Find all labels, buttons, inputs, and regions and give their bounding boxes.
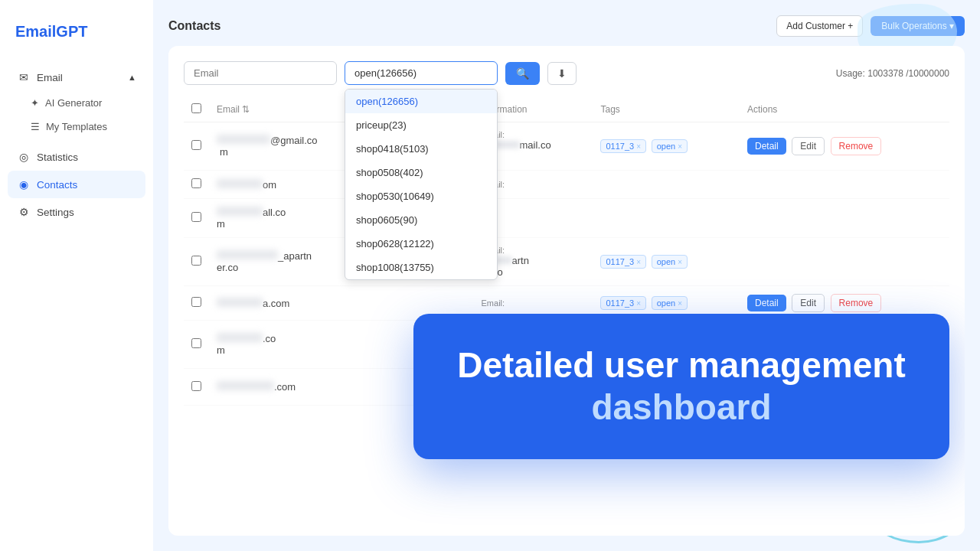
row-fi xyxy=(372,369,415,406)
row-actions: Detail Edit Remove xyxy=(740,122,949,171)
tag-remove-icon[interactable]: × xyxy=(678,142,682,151)
download-icon: ⬇ xyxy=(557,67,567,80)
row-email: a.com xyxy=(209,286,372,321)
row-tags: 0117_3 × open × xyxy=(593,122,740,171)
dropdown-item-2[interactable]: shop0418(5103) xyxy=(345,137,497,161)
search-email-input[interactable] xyxy=(184,61,337,85)
blurred-email xyxy=(217,179,263,188)
email-icon: ✉ xyxy=(17,70,31,84)
add-customer-label: Add Customer + xyxy=(786,21,853,31)
table-row: all.com xyxy=(184,199,949,238)
overlay-line2: dashboard xyxy=(591,387,771,427)
row-checkbox[interactable] xyxy=(191,338,201,348)
table-row: om Email: xyxy=(184,171,949,199)
contacts-toolbar: open(126656) priceup(23) shop0418(5103) … xyxy=(184,61,949,85)
blurred-email xyxy=(217,381,274,390)
main-content: Contacts Add Customer + Bulk Operations … xyxy=(153,0,980,551)
dropdown-item-6[interactable]: shop0628(12122) xyxy=(345,232,497,256)
col-tags: Tags xyxy=(593,97,740,122)
edit-button[interactable]: Edit xyxy=(792,137,825,155)
dropdown-item-3[interactable]: shop0508(402) xyxy=(345,161,497,184)
sidebar-sub-label-ai: AI Generator xyxy=(45,97,102,109)
row-checkbox[interactable] xyxy=(191,256,201,266)
select-all-checkbox[interactable] xyxy=(191,103,201,113)
dropdown-item-7[interactable]: shop1008(13755) xyxy=(345,256,497,279)
table-row: @gmail.com Email: mail.com 0117_3 × open… xyxy=(184,122,949,171)
add-customer-button[interactable]: Add Customer + xyxy=(776,15,863,37)
sidebar-item-email[interactable]: ✉ Email ▲ xyxy=(8,64,145,91)
tag-remove-icon[interactable]: × xyxy=(678,299,682,308)
usage-text: Usage: 1003378 /10000000 xyxy=(836,68,949,79)
tag-remove-icon[interactable]: × xyxy=(636,142,641,151)
contacts-icon: ◉ xyxy=(17,178,31,191)
row-fi xyxy=(372,321,415,369)
dropdown-item-1[interactable]: priceup(23) xyxy=(345,113,497,137)
row-email: .com xyxy=(209,321,372,369)
logo: EmailGPT xyxy=(0,15,153,64)
row-checkbox[interactable] xyxy=(191,212,201,222)
blurred-email xyxy=(217,333,263,342)
logo-text: Email xyxy=(15,23,56,40)
overlay-banner: Detailed user management dashboard xyxy=(413,314,949,459)
tag-badge-1: 0117_3 × xyxy=(600,139,646,153)
contacts-panel: open(126656) priceup(23) shop0418(5103) … xyxy=(168,46,965,536)
tag-badge-1: 0117_3 × xyxy=(600,296,646,310)
remove-button[interactable]: Remove xyxy=(831,137,882,155)
detail-button[interactable]: Detail xyxy=(747,295,786,311)
blurred-email xyxy=(217,298,263,307)
tag-badge-1: 0117_3 × xyxy=(600,255,646,269)
table-row: _apartner.co Email: artner.co 0117_3 × o… xyxy=(184,238,949,286)
search-button[interactable]: 🔍 xyxy=(505,62,540,85)
tag-badge-2: open × xyxy=(652,139,688,153)
sidebar-item-settings[interactable]: ⚙ Settings xyxy=(8,198,145,226)
filter-dropdown-wrapper: open(126656) priceup(23) shop0418(5103) … xyxy=(345,61,498,85)
sidebar-item-statistics[interactable]: ◎ Statistics xyxy=(8,143,145,171)
row-actions xyxy=(740,171,949,199)
row-checkbox[interactable] xyxy=(191,381,201,391)
row-fi xyxy=(372,286,415,321)
search-icon: 🔍 xyxy=(516,67,529,80)
dropdown-item-4[interactable]: shop0530(10649) xyxy=(345,184,497,208)
sidebar: EmailGPT ✉ Email ▲ ✦ AI Generator ☰ My T… xyxy=(0,0,153,551)
sidebar-item-ai-generator[interactable]: ✦ AI Generator xyxy=(8,91,145,115)
sidebar-item-label-settings: Settings xyxy=(37,207,74,218)
col-actions: Actions xyxy=(740,97,949,122)
row-tags: 0117_3 × open × xyxy=(593,238,740,286)
blurred-email xyxy=(217,250,278,259)
row-checkbox[interactable] xyxy=(191,297,201,307)
logo-accent: GPT xyxy=(56,23,87,40)
template-icon: ☰ xyxy=(31,121,40,132)
detail-button[interactable]: Detail xyxy=(747,138,786,155)
sidebar-item-label-statistics: Statistics xyxy=(37,152,78,163)
sidebar-item-label-email: Email xyxy=(37,72,63,83)
sidebar-item-label-contacts: Contacts xyxy=(37,179,77,191)
top-toolbar: Contacts Add Customer + Bulk Operations … xyxy=(168,15,965,37)
sidebar-item-my-templates[interactable]: ☰ My Templates xyxy=(8,115,145,139)
settings-icon: ⚙ xyxy=(17,205,31,219)
sidebar-item-contacts[interactable]: ◉ Contacts xyxy=(8,171,145,198)
sparkle-icon: ✦ xyxy=(31,97,39,109)
edit-button[interactable]: Edit xyxy=(792,294,825,312)
row-email: .com xyxy=(209,369,372,406)
dropdown-item-0[interactable]: open(126656) xyxy=(345,90,497,113)
filter-dropdown-input[interactable] xyxy=(345,61,498,85)
blurred-email xyxy=(217,207,263,216)
row-checkbox[interactable] xyxy=(191,178,201,188)
chevron-up-icon: ▲ xyxy=(128,73,136,82)
row-actions xyxy=(740,199,949,238)
row-tags xyxy=(593,171,740,199)
row-checkbox[interactable] xyxy=(191,140,201,150)
tag-remove-icon[interactable]: × xyxy=(678,258,682,266)
sidebar-sub-label-templates: My Templates xyxy=(46,121,107,132)
remove-button[interactable]: Remove xyxy=(831,294,882,312)
filter-dropdown-list: open(126656) priceup(23) shop0418(5103) … xyxy=(345,89,498,280)
download-button[interactable]: ⬇ xyxy=(547,62,577,85)
page-title: Contacts xyxy=(168,19,220,33)
dropdown-item-5[interactable]: shop0605(90) xyxy=(345,208,497,232)
statistics-icon: ◎ xyxy=(17,150,31,164)
row-tags xyxy=(593,199,740,238)
tag-badge-2: open × xyxy=(652,255,688,269)
tag-badge-2: open × xyxy=(652,296,688,310)
tag-remove-icon[interactable]: × xyxy=(636,299,641,308)
tag-remove-icon[interactable]: × xyxy=(636,258,641,266)
